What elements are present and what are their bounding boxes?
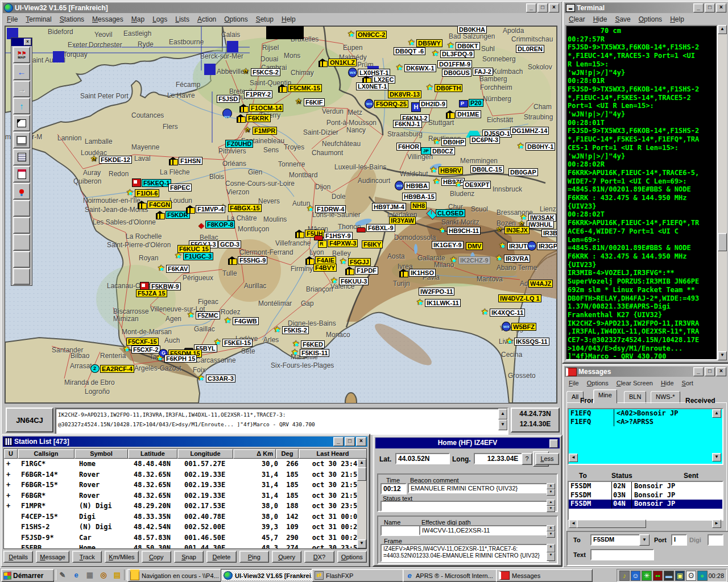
status-text-field[interactable] (380, 501, 549, 512)
query-button[interactable]: Query (272, 551, 301, 563)
to-dropdown-icon[interactable]: ▼ (639, 534, 650, 546)
close-button[interactable]: × (356, 437, 366, 446)
menu-item-logs[interactable]: Logs (148, 14, 171, 24)
column-header-km[interactable]: Δ Km (233, 449, 276, 459)
map-station-db0fth[interactable]: DB0FTH (426, 84, 462, 92)
user-tray-icon[interactable]: ☺ (631, 571, 641, 581)
menu-item-options[interactable]: Options (220, 14, 251, 24)
map-station-hb9rv[interactable]: HB9RV (430, 167, 463, 174)
map-station-f6knj1[interactable]: F6KNJ-1 (393, 120, 422, 128)
uiview-titlebar[interactable]: UI-View32 V1.65 [Frankreich] _ □ × (3, 3, 560, 13)
message-button[interactable]: Message (36, 551, 69, 563)
map-station-w4ajz[interactable]: W4AJZ (528, 280, 553, 288)
time-field[interactable]: 00:12 (380, 483, 407, 494)
minimize-button[interactable]: _ (693, 3, 704, 13)
map-station-f5kis2[interactable]: F5KIS-2 (274, 326, 309, 334)
map-station-f8pec[interactable]: F8PEC (168, 184, 192, 192)
map-station-f1hsy9[interactable]: F1HSY-9 (314, 232, 353, 240)
task-navigationencour[interactable]: Navigation en cours - \\P4... (127, 569, 224, 582)
map-station-f4aie[interactable]: F4AIE (305, 256, 336, 264)
sent-message-row[interactable]: F5SDM04NBonsoir JP (569, 500, 722, 509)
map-station-lx0net1[interactable]: LX0NET-1 (356, 82, 388, 90)
minimize-button[interactable]: _ (526, 3, 536, 13)
map-station-db0gus[interactable]: DB0GUS (442, 69, 471, 77)
map-station-ir3ut[interactable]: IR3UT (499, 242, 529, 250)
asterisk-tray-icon[interactable]: ✳ (642, 571, 652, 581)
less-button[interactable]: Less (535, 453, 559, 465)
received-messages-list[interactable]: F1EFQ<A02>Bonsoir JPF1EFQ<A>?APRSS (568, 408, 723, 465)
locator-box[interactable]: JN64CJ (6, 408, 53, 433)
digi-path-field[interactable]: IW4CVV-11,OE2XSR-11 (419, 525, 549, 535)
map-station-db0kha[interactable]: DB0KHA (457, 26, 487, 34)
map-station-f5kde12[interactable]: F5KDE-12 (90, 156, 132, 164)
menu-item-messages[interactable]: Messages (88, 14, 127, 24)
help-button[interactable]: ? (522, 453, 532, 465)
frame-box[interactable]: IZ4EFV>APRS,IW4CVV-11,OE2XSR-11*,TRACE7-… (380, 544, 549, 562)
map-station-f5cxf2[interactable]: F5CXF-2 (123, 346, 160, 354)
show-desktop-icon[interactable]: ✎ (57, 570, 68, 580)
map-toolbar-map4-button[interactable] (13, 251, 30, 268)
map-station-f4bvy[interactable]: F4BVY (313, 264, 337, 272)
map-station-f6iky[interactable]: F6IKY (362, 240, 383, 248)
map-station-do1ffm9[interactable]: DO1FFM-9 (437, 60, 472, 68)
map-station-db0hy1[interactable]: DB0HY-1 (517, 143, 555, 151)
map-station-f4gwb[interactable]: F4GWB (224, 317, 259, 325)
map-station-p20[interactable]: P20 (459, 99, 483, 107)
map-station-f4cgn[interactable]: F4CGN (138, 201, 172, 209)
port-field[interactable]: I (671, 534, 687, 546)
menu-item-lists[interactable]: Lists (171, 14, 193, 24)
close-button[interactable]: × (549, 3, 559, 13)
map-station-db0qt6[interactable]: DB0QT -6 (394, 47, 425, 55)
map-station-ir3gp[interactable]: IR3GP (527, 241, 557, 251)
column-header-u[interactable]: U (4, 449, 18, 459)
minimize-button[interactable]: _ (333, 437, 344, 446)
map-station-ea2rcf4[interactable]: EA2RCF-4 (90, 364, 134, 373)
map-station-f6kif[interactable]: F6KIF (295, 98, 325, 106)
sent-scroll-right[interactable]: ► (712, 519, 721, 528)
terminal-menu-item-options[interactable]: Options (635, 14, 666, 24)
column-header-lastheard[interactable]: Last Heard (299, 449, 367, 459)
map-canvas[interactable]: BidefordYeovilEastleighEastbourneExeterD… (5, 26, 557, 404)
table-row[interactable]: +F1RGC*Home48.48.48N001.57.27E30,0266oct… (4, 459, 357, 469)
map-station-f6bxl9[interactable]: F6BXL-9 (357, 224, 395, 232)
map-station-f4pxw3[interactable]: F4PXW-3 (318, 239, 358, 247)
map-station-f5gjj[interactable]: F5GJJ (340, 258, 371, 266)
map-station-oe9xpt[interactable]: OE9XPT (454, 181, 491, 189)
to-combobox[interactable]: F5SDM (590, 534, 642, 546)
station-list-titlebar[interactable]: Station List [473] _ □ × (3, 436, 367, 447)
sent-scroll-thumb[interactable] (577, 519, 646, 528)
map-toolbar-map1-button[interactable] (13, 200, 30, 217)
tab-mine[interactable]: Mine (593, 389, 617, 404)
map-station-w5bfz[interactable]: W5BFZ (502, 322, 536, 331)
column-header-deg[interactable]: Deg (276, 449, 299, 459)
messages-menu-item-file[interactable]: File (565, 379, 583, 388)
map-station-ik5sqs11[interactable]: IK5SQS-11 (506, 338, 549, 346)
recv-scroll-up[interactable]: ▲ (712, 409, 721, 418)
messages-menu-item-options[interactable]: Options (583, 379, 613, 388)
map-station-db0cz[interactable]: DB0CZ (422, 147, 455, 155)
map-station-f5kei15[interactable]: F5KEI-15 (214, 339, 253, 347)
map-toolbar-map3-button[interactable] (13, 234, 30, 251)
map-station-dk8vr13[interactable]: DK8VR-13 (388, 90, 421, 98)
sent-message-row[interactable]: F5SDM02NBonsoir JP (569, 482, 722, 491)
map-station-f5keq1[interactable]: F5KEQ-1 (132, 178, 171, 187)
internet-explorer-icon[interactable]: e (71, 570, 82, 580)
map-station-on9cc2[interactable]: ON9CC-2 (348, 31, 387, 39)
terminal-titlebar[interactable]: ▂ Terminal _ □ × (565, 3, 727, 13)
map-station-f5cxf15[interactable]: F5CXF-15 (126, 338, 159, 346)
map-station-dh1me[interactable]: DH1ME (446, 110, 481, 118)
close-button[interactable]: × (716, 367, 726, 376)
map-station-f1ugc3[interactable]: F1UGC-3 (175, 252, 213, 260)
map-station-f5shg9[interactable]: F5SHG-9 (228, 256, 267, 264)
beacon-spinner[interactable]: ▲▼ (547, 483, 555, 493)
dx-button[interactable]: DX? (304, 551, 334, 563)
terminal-menu-item-save[interactable]: Save (611, 14, 634, 24)
table-row[interactable]: F1SHS-2(N) Digi48.42.54N002.52.00E39,310… (4, 522, 357, 533)
map-station-db0kt[interactable]: DB0KT (447, 42, 480, 50)
map-station-faj2[interactable]: FAJ-2 (473, 68, 493, 76)
cow-tray-icon[interactable]: ʘ (686, 571, 696, 581)
map-station-ik1hso[interactable]: IK1HSO (399, 269, 436, 277)
maximize-button[interactable]: □ (345, 437, 355, 446)
received-message-row[interactable]: F1EFQ<A02>Bonsoir JP (569, 409, 722, 418)
map-station-c33ar3[interactable]: C33AR-3 (197, 375, 235, 383)
